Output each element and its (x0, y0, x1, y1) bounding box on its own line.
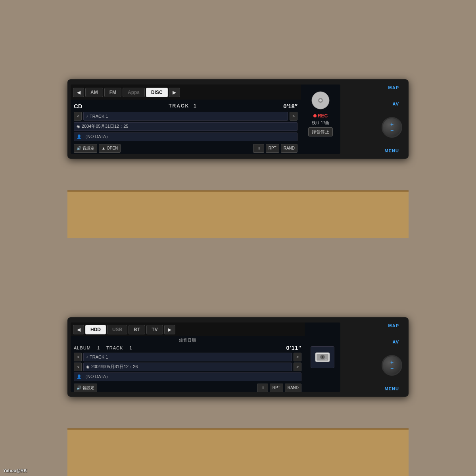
hdd-icon-box (311, 346, 334, 368)
nav-tabs-2: ◀ HDD USB BT TV ▶ (71, 322, 305, 336)
right-controls-1: MAP AV + − MENU (340, 84, 404, 154)
screen-main-disc: ◀ AM FM Apps DISC ▶ CD (71, 84, 301, 154)
tab-fm-1[interactable]: FM (104, 88, 121, 97)
screen-inner-hdd: ◀ HDD USB BT TV ▶ 録音日順 (71, 322, 340, 392)
track-box-2: ♪ TRACK 1 (83, 353, 292, 361)
date-icon-2: ◉ (86, 365, 90, 369)
knob-minus-2: − (390, 366, 393, 371)
head-unit-wrapper-2: ◀ HDD USB BT TV ▶ 録音日順 (67, 317, 409, 397)
recording-label-2: 録音日順 (74, 338, 301, 343)
menu-btn-2[interactable]: MENU (382, 386, 402, 392)
rec-text-1: REC (318, 113, 328, 119)
album-num-2: 1 (97, 345, 100, 350)
map-btn-1[interactable]: MAP (385, 84, 402, 91)
head-unit-1: ◀ AM FM Apps DISC ▶ CD (67, 79, 409, 159)
artist-row-2: 👤 （NO DATA） (74, 372, 301, 381)
sound-label-1: 音設定 (83, 146, 94, 151)
date-text-1: 2004年05月31日12：25 (82, 123, 128, 129)
knob-minus-1: − (390, 128, 393, 133)
track-box-1: ♪ TRACK 1 (83, 112, 288, 121)
track-row-2: ＜ ♪ TRACK 1 ＞ (74, 353, 301, 361)
sound-icon-2: 🔊 (77, 386, 81, 390)
track-next-btn-2[interactable]: ＞ (294, 353, 301, 361)
date-prev-btn-2[interactable]: ＜ (74, 363, 82, 371)
cardboard-top (67, 190, 409, 238)
svg-point-6 (322, 356, 323, 358)
cardboard-bottom (67, 428, 409, 476)
artist-icon-2: 👤 (77, 374, 81, 379)
screen-right-panel-1: REC 残り 17曲 録音停止 (301, 84, 340, 154)
pause-btn-1[interactable]: ⏸ (253, 144, 264, 153)
photo-panel-bottom: ◀ HDD USB BT TV ▶ 録音日順 (0, 238, 476, 476)
rec-stop-btn-1[interactable]: 録音停止 (308, 127, 333, 136)
date-row-1: ◉ 2004年05月31日12：25 (74, 122, 298, 131)
tab-apps-1[interactable]: Apps (123, 88, 145, 97)
av-btn-1[interactable]: AV (390, 101, 402, 107)
tab-am-1[interactable]: AM (85, 88, 103, 97)
content-area-2: 録音日順 ALBUM 1 TRACK 1 0′11″ (71, 336, 305, 392)
tab-usb-2[interactable]: USB (107, 325, 127, 334)
nav-tabs-1: ◀ AM FM Apps DISC ▶ (71, 84, 301, 100)
sound-icon-1: 🔊 (77, 146, 81, 150)
artist-text-2: （NO DATA） (83, 374, 110, 380)
time-info-1: 0′18″ (283, 103, 298, 109)
track-next-btn-1[interactable]: ＞ (290, 112, 298, 121)
nav-back-btn-1[interactable]: ◀ (73, 88, 84, 97)
rand-btn-2[interactable]: RAND (285, 384, 301, 392)
watermark: Yahoo@RK (3, 468, 27, 473)
note-icon-1: ♪ (86, 114, 88, 118)
track-prev-btn-2[interactable]: ＜ (74, 353, 82, 361)
artist-box-2: 👤 （NO DATA） (74, 372, 301, 381)
rec-label-1: REC (313, 113, 328, 119)
tab-hdd-2[interactable]: HDD (85, 325, 106, 334)
volume-knob-1[interactable]: + − (382, 117, 402, 138)
rpt-btn-2[interactable]: RPT (270, 384, 283, 392)
artist-row-1: 👤 （NO DATA） (74, 132, 298, 141)
date-row-2: ＜ ◉ 2004年05月31日12：26 ＞ (74, 363, 301, 371)
track-prev-btn-1[interactable]: ＜ (74, 112, 82, 121)
pause-btn-2[interactable]: ⏸ (257, 384, 268, 392)
tab-bt-2[interactable]: BT (129, 325, 145, 334)
screen-inner-disc: ◀ AM FM Apps DISC ▶ CD (71, 84, 340, 154)
sound-label-2: 音設定 (83, 385, 94, 391)
date-box-1: ◉ 2004年05月31日12：25 (74, 122, 298, 131)
track-title-1: TRACK 1 (90, 114, 108, 119)
info-bar-1: CD TRACK 1 0′18″ (74, 102, 298, 110)
open-btn-1[interactable]: ▲ OPEN (99, 144, 121, 153)
date-text-2: 2004年05月31日12：26 (91, 364, 138, 370)
content-area-1: CD TRACK 1 0′18″ ＜ ♪ (71, 100, 301, 154)
rec-remain-1: 残り 17曲 (312, 120, 329, 126)
knob-plus-1: + (390, 121, 393, 127)
tab-tv-2[interactable]: TV (146, 325, 163, 334)
album-label-2: ALBUM (74, 345, 91, 350)
time-info-2: 0′11″ (286, 345, 301, 351)
screen-2: ◀ HDD USB BT TV ▶ 録音日順 (71, 322, 340, 392)
track-num-2: 1 (129, 345, 132, 350)
av-btn-2[interactable]: AV (390, 339, 402, 345)
sound-settings-btn-1[interactable]: 🔊 音設定 (74, 144, 97, 153)
open-label-1: OPEN (107, 146, 118, 150)
nav-fwd-btn-2[interactable]: ▶ (164, 325, 175, 334)
disc-icon-1 (311, 91, 330, 111)
screen-main-hdd: ◀ HDD USB BT TV ▶ 録音日順 (71, 322, 305, 392)
bottom-bar-2: 🔊 音設定 ⏸ RPT RAND (74, 382, 301, 392)
sound-settings-btn-2[interactable]: 🔊 音設定 (74, 384, 97, 392)
nav-fwd-btn-1[interactable]: ▶ (169, 88, 180, 97)
date-icon-1: ◉ (77, 124, 80, 129)
track-label-2: TRACK (106, 345, 123, 350)
screen-1: ◀ AM FM Apps DISC ▶ CD (71, 84, 340, 154)
knob-plus-2: + (390, 359, 393, 365)
date-next-btn-2[interactable]: ＞ (294, 363, 301, 371)
map-btn-2[interactable]: MAP (385, 322, 402, 329)
screen-right-hdd (305, 322, 340, 392)
nav-back-btn-2[interactable]: ◀ (73, 325, 84, 334)
volume-knob-2[interactable]: + − (382, 355, 402, 376)
rpt-btn-1[interactable]: RPT (266, 144, 279, 153)
menu-btn-1[interactable]: MENU (382, 148, 402, 154)
rand-btn-1[interactable]: RAND (281, 144, 298, 153)
date-box-2: ◉ 2004年05月31日12：26 (83, 363, 292, 371)
track-row-1: ＜ ♪ TRACK 1 ＞ (74, 112, 298, 121)
note-icon-2: ♪ (86, 355, 88, 359)
tab-disc-1[interactable]: DISC (146, 88, 168, 97)
hdd-icon-svg (315, 350, 330, 364)
